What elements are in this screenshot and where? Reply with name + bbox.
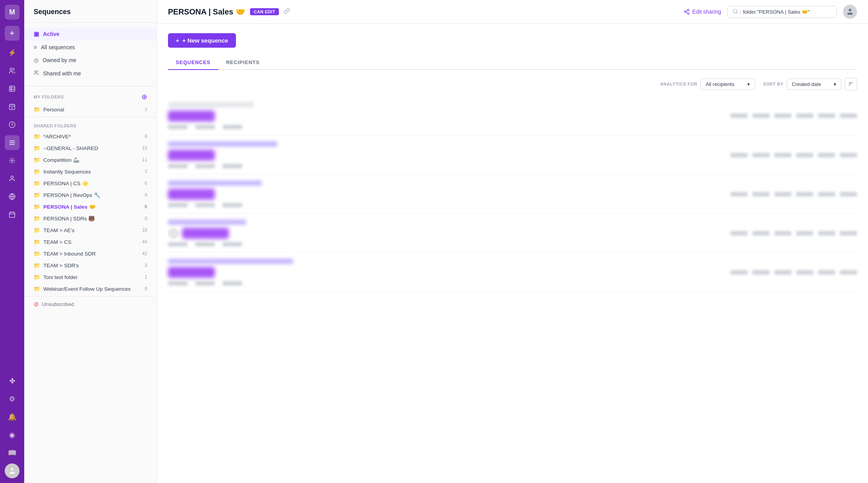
content-area: + + New sequence SEQUENCES RECIPIENTS AN… [157,24,868,483]
circle-icon[interactable]: ◉ [5,428,20,442]
folder-icon-general: 📁 [34,145,40,151]
connections-icon[interactable] [5,153,20,168]
new-sequence-button[interactable]: + + New sequence [168,33,236,48]
folder-persona-sales[interactable]: 📁 PERSONA | Sales 🤝 6 [24,201,157,213]
people-icon[interactable] [5,63,20,78]
seq-right-stat [796,270,813,275]
clock-icon[interactable] [5,117,20,132]
topbar-left: PERSONA | Sales 🤝 CAN EDIT [168,7,290,16]
search-value: folder:"PERSONA | Sales 🤝" [743,9,810,15]
calendar-icon[interactable] [5,207,20,222]
search-divider [740,9,741,15]
bell-icon[interactable]: 🔔 [5,410,20,424]
automation-icon[interactable]: ✤ [5,374,20,388]
sidebar-item-owned-by-me[interactable]: ◎ Owned by me [24,54,157,67]
seq-stat-1 [168,164,188,168]
add-folder-button[interactable]: ⊕ [141,93,147,101]
sidebar-item-active[interactable]: ▣ Active [24,27,157,41]
app-logo[interactable]: M [5,5,20,20]
folder-toni-test[interactable]: 📁 Toni test folder 1 [24,271,157,283]
folder-instantly-label: Instantly Sequences [43,169,91,175]
folder-team-inbound-sdr[interactable]: 📁 TEAM > Inbound SDR 42 [24,248,157,259]
table-row[interactable] [168,253,857,292]
seq-right-stat [774,231,791,236]
seq-right-stat [774,192,791,197]
seq-stat-2 [195,281,215,286]
sequence-badge-blur [168,189,215,200]
folder-team-cs-label: TEAM > CS [43,239,71,245]
table-row[interactable] [168,175,857,213]
topbar-right: Edit sharing folder:"PERSONA | Sales 🤝" [684,5,857,19]
globe-icon[interactable] [5,189,20,204]
unsubscribed-item[interactable]: ⊘ Unsubscribed [24,296,157,312]
tab-recipients[interactable]: RECIPIENTS [218,55,268,70]
edit-sharing-button[interactable]: Edit sharing [684,9,721,15]
table-row[interactable] [168,97,857,135]
search-bar[interactable]: folder:"PERSONA | Sales 🤝" [727,6,837,18]
folder-team-cs[interactable]: 📁 TEAM > CS 44 [24,236,157,248]
svg-line-27 [686,10,688,11]
seq-stat-2 [195,164,215,168]
lightning-icon[interactable]: ⚡ [5,45,20,60]
seq-stat-3 [223,125,242,129]
add-button[interactable]: + [5,26,20,41]
sort-order-button[interactable] [845,78,857,90]
folder-personal[interactable]: 📁 Personal 3 [24,104,157,115]
folder-persona-cs[interactable]: 📁 PERSONA | CS 🌟 6 [24,177,157,189]
sort-group: SORT BY Created date ▾ [763,78,857,90]
sequence-badge-blur [168,267,215,278]
sort-chevron-icon: ▾ [834,81,836,87]
table-row[interactable] [168,214,857,252]
folder-persona-revops[interactable]: 📁 PERSONA | RevOps 🔧 9 [24,189,157,201]
seq-right-stat [752,153,770,157]
sidebar-item-all-sequences[interactable]: ≡ All sequences [24,41,157,54]
analytics-dropdown[interactable]: All recipients ▾ [700,79,755,90]
folder-competition-count: 11 [142,157,147,163]
contacts-icon[interactable] [5,171,20,186]
folder-competition[interactable]: 📁 Competition 🦾 11 [24,154,157,166]
book-icon[interactable]: 📖 [5,445,20,460]
folder-persona-sdrs-count: 8 [145,216,147,221]
user-avatar-rail[interactable] [5,463,20,478]
seq-right-stat [818,231,835,236]
sequences-icon[interactable] [5,135,20,150]
sort-dropdown[interactable]: Created date ▾ [787,79,841,90]
svg-point-24 [684,11,686,13]
seq-right-stat [730,192,748,197]
seq-right-stat [796,113,813,118]
folder-archive[interactable]: 📁 *ARCHIVE* 8 [24,131,157,142]
svg-line-26 [686,12,688,13]
new-sequence-plus: + [176,37,179,44]
seq-stat-1 [168,242,188,247]
my-folders-label: MY FOLDERS [34,95,64,99]
tab-sequences[interactable]: SEQUENCES [168,55,218,70]
table-row[interactable] [168,136,857,174]
tasks-icon[interactable] [5,99,20,114]
sequence-name-blur [168,220,246,225]
icon-rail: M + ⚡ ✤ ⚙ 🔔 [0,0,24,483]
folder-team-sdrs[interactable]: 📁 TEAM > SDR's 3 [24,259,157,271]
folder-general-shared[interactable]: 📁 ~GENERAL - SHARED 15 [24,142,157,154]
seq-right-stat [840,153,857,157]
seq-stat-1 [168,125,188,129]
sequences-list [168,97,857,292]
main-content: PERSONA | Sales 🤝 CAN EDIT Edit sharing … [157,0,868,483]
link-icon[interactable] [284,8,290,16]
folder-webinar[interactable]: 📁 Webinar/Event Follow Up Sequences 8 [24,283,157,295]
folder-instantly-sequences[interactable]: 📁 Instantly Sequences 3 [24,166,157,177]
svg-point-28 [733,9,737,13]
sidebar-item-active-label: Active [43,31,59,37]
user-avatar[interactable] [843,5,857,19]
folder-persona-sdrs[interactable]: 📁 PERSONA | SDRs 🐻 8 [24,213,157,224]
tabs-row: SEQUENCES RECIPIENTS [168,55,857,70]
sequence-badge-blur [168,150,215,161]
chart-icon[interactable] [5,81,20,96]
seq-right-stat [752,231,770,236]
folder-webinar-count: 8 [145,286,147,292]
folder-team-aes[interactable]: 📁 TEAM > AE's 18 [24,224,157,236]
folder-persona-revops-label: PERSONA | RevOps 🔧 [43,192,100,198]
sort-label: SORT BY [763,82,784,86]
can-edit-badge: CAN EDIT [250,8,279,15]
sidebar-item-shared-with-me[interactable]: Shared with me [24,67,157,80]
settings-icon[interactable]: ⚙ [5,392,20,406]
